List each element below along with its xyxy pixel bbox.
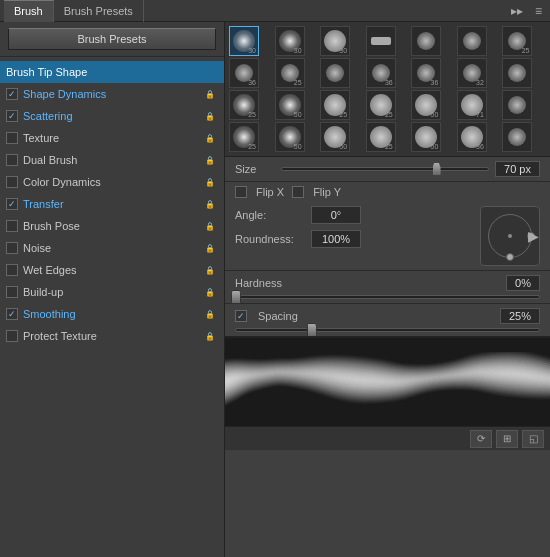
checkbox-transfer[interactable]: ✓ bbox=[6, 198, 18, 210]
angle-roundness-controls: Angle: 0° Roundness: 100% bbox=[235, 206, 474, 248]
brush-cell-24[interactable]: 25 bbox=[366, 122, 396, 152]
brush-cell-13[interactable] bbox=[502, 58, 532, 88]
expand-icon[interactable]: ▸▸ bbox=[507, 2, 527, 20]
brush-cell-1[interactable]: 30 bbox=[275, 26, 305, 56]
brush-cell-17[interactable]: 25 bbox=[366, 90, 396, 120]
spacing-slider-thumb[interactable] bbox=[307, 323, 317, 337]
brush-cell-11[interactable]: 36 bbox=[411, 58, 441, 88]
brush-cell-15[interactable]: 50 bbox=[275, 90, 305, 120]
flip-y-box[interactable] bbox=[292, 186, 304, 198]
brush-cell-7[interactable]: 36 bbox=[229, 58, 259, 88]
option-label-wet-edges: Wet Edges bbox=[23, 264, 204, 276]
left-panel: Brush Presets Brush Tip Shape✓Shape Dyna… bbox=[0, 22, 225, 557]
spacing-value: 25% bbox=[500, 308, 540, 324]
brush-cell-27[interactable] bbox=[502, 122, 532, 152]
checkbox-scattering[interactable]: ✓ bbox=[6, 110, 18, 122]
lock-icon-noise: 🔒 bbox=[204, 242, 216, 254]
brush-cell-0[interactable]: 30 bbox=[229, 26, 259, 56]
brush-option-noise[interactable]: Noise🔒 bbox=[0, 237, 224, 259]
bottom-icon-expand[interactable]: ◱ bbox=[522, 430, 544, 448]
brush-cell-18[interactable]: 50 bbox=[411, 90, 441, 120]
brush-cell-10[interactable]: 36 bbox=[366, 58, 396, 88]
angle-value[interactable]: 0° bbox=[311, 206, 361, 224]
brush-cell-26[interactable]: 36 bbox=[457, 122, 487, 152]
checkbox-dual-brush[interactable] bbox=[6, 154, 18, 166]
spacing-slider[interactable] bbox=[235, 328, 540, 332]
option-label-scattering: Scattering bbox=[23, 110, 204, 122]
brush-cell-6[interactable]: 25 bbox=[502, 26, 532, 56]
brush-cell-3[interactable] bbox=[366, 26, 396, 56]
flip-y-label: Flip Y bbox=[313, 186, 341, 198]
roundness-value[interactable]: 100% bbox=[311, 230, 361, 248]
brush-size-label-6: 25 bbox=[522, 47, 530, 54]
compass-handle-bottom[interactable] bbox=[506, 253, 514, 261]
roundness-row: Roundness: 100% bbox=[235, 230, 474, 248]
tab-bar: Brush Brush Presets ▸▸ ≡ bbox=[0, 0, 550, 22]
lock-icon-wet-edges: 🔒 bbox=[204, 264, 216, 276]
compass-dial[interactable]: ▶ bbox=[480, 206, 540, 266]
spacing-checkbox[interactable]: ✓ bbox=[235, 310, 247, 322]
brush-cell-8[interactable]: 25 bbox=[275, 58, 305, 88]
bottom-icon-grid[interactable]: ⊞ bbox=[496, 430, 518, 448]
brush-option-wet-edges[interactable]: Wet Edges🔒 bbox=[0, 259, 224, 281]
flip-row: Flip X Flip Y bbox=[225, 182, 550, 202]
brush-option-dual-brush[interactable]: Dual Brush🔒 bbox=[0, 149, 224, 171]
brush-option-brush-tip-shape[interactable]: Brush Tip Shape bbox=[0, 61, 224, 83]
checkbox-build-up[interactable] bbox=[6, 286, 18, 298]
brush-option-brush-pose[interactable]: Brush Pose🔒 bbox=[0, 215, 224, 237]
brush-cell-12[interactable]: 32 bbox=[457, 58, 487, 88]
brush-presets-button[interactable]: Brush Presets bbox=[8, 28, 216, 50]
checkbox-protect-texture[interactable] bbox=[6, 330, 18, 342]
flip-y-checkbox[interactable]: Flip Y bbox=[292, 186, 341, 198]
main-layout: Brush Presets Brush Tip Shape✓Shape Dyna… bbox=[0, 22, 550, 557]
brush-option-scattering[interactable]: ✓Scattering🔒 bbox=[0, 105, 224, 127]
lock-icon-smoothing: 🔒 bbox=[204, 308, 216, 320]
brush-size-label-21: 25 bbox=[248, 143, 256, 150]
checkbox-texture[interactable] bbox=[6, 132, 18, 144]
brush-option-smoothing[interactable]: ✓Smoothing🔒 bbox=[0, 303, 224, 325]
brush-grid: 3030302536253636322550252550712550502550… bbox=[229, 26, 546, 152]
menu-icon[interactable]: ≡ bbox=[531, 2, 546, 20]
lock-icon-brush-pose: 🔒 bbox=[204, 220, 216, 232]
brush-options-list: Brush Tip Shape✓Shape Dynamics🔒✓Scatteri… bbox=[0, 57, 224, 557]
brush-cell-23[interactable]: 50 bbox=[320, 122, 350, 152]
brush-preview-4 bbox=[417, 32, 435, 50]
brush-option-color-dynamics[interactable]: Color Dynamics🔒 bbox=[0, 171, 224, 193]
brush-option-protect-texture[interactable]: Protect Texture🔒 bbox=[0, 325, 224, 347]
brush-cell-19[interactable]: 71 bbox=[457, 90, 487, 120]
brush-option-build-up[interactable]: Build-up🔒 bbox=[0, 281, 224, 303]
brush-cell-16[interactable]: 25 bbox=[320, 90, 350, 120]
brush-option-shape-dynamics[interactable]: ✓Shape Dynamics🔒 bbox=[0, 83, 224, 105]
brush-cell-9[interactable] bbox=[320, 58, 350, 88]
brush-option-texture[interactable]: Texture🔒 bbox=[0, 127, 224, 149]
brush-option-transfer[interactable]: ✓Transfer🔒 bbox=[0, 193, 224, 215]
bottom-icon-refresh[interactable]: ⟳ bbox=[470, 430, 492, 448]
tab-brush-presets[interactable]: Brush Presets bbox=[54, 0, 144, 22]
checkbox-shape-dynamics[interactable]: ✓ bbox=[6, 88, 18, 100]
checkbox-smoothing[interactable]: ✓ bbox=[6, 308, 18, 320]
flip-x-checkbox[interactable]: Flip X bbox=[235, 186, 284, 198]
hardness-slider-container bbox=[225, 295, 550, 303]
brush-size-label-18: 50 bbox=[430, 111, 438, 118]
hardness-slider-thumb[interactable] bbox=[231, 290, 241, 304]
tab-brush[interactable]: Brush bbox=[4, 0, 54, 22]
option-label-noise: Noise bbox=[23, 242, 204, 254]
flip-x-box[interactable] bbox=[235, 186, 247, 198]
compass-arrow-icon: ▶ bbox=[528, 228, 539, 244]
brush-cell-5[interactable] bbox=[457, 26, 487, 56]
checkbox-wet-edges[interactable] bbox=[6, 264, 18, 276]
brush-cell-2[interactable]: 30 bbox=[320, 26, 350, 56]
brush-cell-25[interactable]: 50 bbox=[411, 122, 441, 152]
size-value: 70 px bbox=[495, 161, 540, 177]
brush-cell-14[interactable]: 25 bbox=[229, 90, 259, 120]
checkbox-brush-pose[interactable] bbox=[6, 220, 18, 232]
checkbox-color-dynamics[interactable] bbox=[6, 176, 18, 188]
brush-cell-21[interactable]: 25 bbox=[229, 122, 259, 152]
brush-cell-4[interactable] bbox=[411, 26, 441, 56]
brush-cell-20[interactable] bbox=[502, 90, 532, 120]
brush-cell-22[interactable]: 50 bbox=[275, 122, 305, 152]
size-slider[interactable] bbox=[281, 167, 489, 171]
checkbox-noise[interactable] bbox=[6, 242, 18, 254]
brush-size-label-15: 50 bbox=[294, 111, 302, 118]
hardness-slider[interactable] bbox=[235, 295, 540, 299]
